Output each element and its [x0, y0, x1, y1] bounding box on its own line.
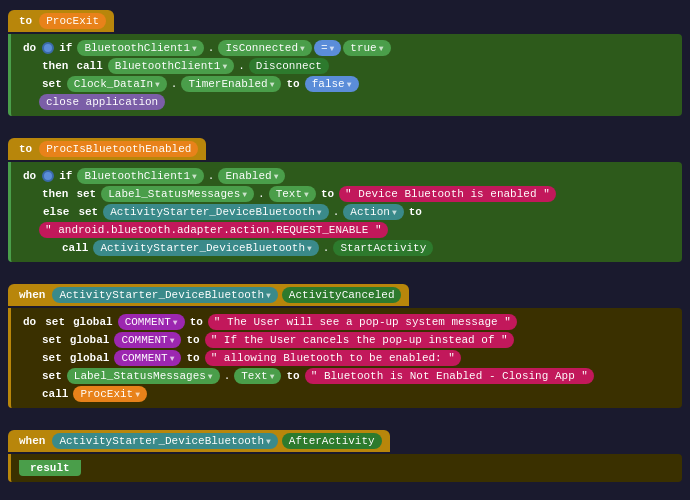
wc-set2-row: set global COMMENT ▼ to " If the User ca…: [39, 332, 674, 348]
to-kw: to: [283, 78, 302, 90]
proc-bt-body: do if BluetoothClient1 ▼ . Enabled ▼ the…: [8, 162, 682, 262]
to-label2: to: [16, 143, 35, 155]
wc-set4: set: [39, 370, 65, 382]
bt-if-label: if: [56, 170, 75, 182]
call-label: call: [73, 60, 105, 72]
dot-op7: .: [321, 242, 332, 254]
when-after-body: result: [8, 454, 682, 482]
device-bt-string: " Device Bluetooth is enabled ": [339, 186, 556, 202]
true-val-pill[interactable]: true ▼: [343, 40, 390, 56]
dot-op8: .: [222, 370, 233, 382]
when-after-label: when: [16, 435, 48, 447]
do-label: do: [19, 42, 40, 54]
msg1-string: " The User will see a pop-up system mess…: [208, 314, 517, 330]
proc-bt-name[interactable]: ProcIsBluetoothEnabled: [39, 141, 198, 157]
dot-op6: .: [331, 206, 342, 218]
dot-op3: .: [169, 78, 180, 90]
action-pill[interactable]: Action ▼: [343, 204, 403, 220]
close-row: close application: [39, 94, 674, 110]
result-label: result: [27, 462, 73, 474]
when-after-activity-pill[interactable]: ActivityStarter_DeviceBluetooth ▼: [52, 433, 277, 449]
wc-to1: to: [187, 316, 206, 328]
bt-set-label2: set: [75, 206, 101, 218]
text2-pill[interactable]: Text ▼: [234, 368, 281, 384]
result-row: result: [19, 460, 674, 476]
gear-icon2: [42, 170, 54, 182]
is-connected-pill[interactable]: IsConnected ▼: [218, 40, 311, 56]
wc-set4-row: set Label_StatusMessages ▼ . Text ▼ to "…: [39, 368, 674, 384]
false-val-pill[interactable]: false ▼: [305, 76, 359, 92]
to-kw2: to: [318, 188, 337, 200]
then-label: then: [39, 60, 71, 72]
proc-exit-header: to ProcExit: [8, 10, 114, 32]
gear-icon: [42, 42, 54, 54]
wc-do-row: do set global COMMENT ▼ to " The User wi…: [19, 314, 674, 330]
label-status-pill[interactable]: Label_StatusMessages ▼: [101, 186, 254, 202]
wc-call-label: call: [39, 388, 71, 400]
to-kw3: to: [406, 206, 425, 218]
msg4-string: " Bluetooth is Not Enabled - Closing App…: [305, 368, 594, 384]
dot-op4: .: [206, 170, 217, 182]
wc-set1: set: [42, 316, 68, 328]
when-canceled-body: do set global COMMENT ▼ to " The User wi…: [8, 308, 682, 408]
proc-exit-body: do if BluetoothClient1 ▼ . IsConnected ▼…: [8, 34, 682, 116]
bt-else-label: else: [39, 206, 73, 218]
after-activity-pill[interactable]: AfterActivity: [282, 433, 382, 449]
when-canceled-block: when ActivityStarter_DeviceBluetooth ▼ A…: [8, 284, 682, 408]
close-app-pill[interactable]: close application: [39, 94, 165, 110]
disconnect-pill[interactable]: Disconnect: [249, 58, 329, 74]
when-after-block: when ActivityStarter_DeviceBluetooth ▼ A…: [8, 430, 682, 482]
wc-global1: global: [70, 316, 116, 328]
do-row: do if BluetoothClient1 ▼ . IsConnected ▼…: [19, 40, 674, 56]
proc-exit-call-pill[interactable]: ProcExit ▼: [73, 386, 147, 402]
bt-call-row: call ActivityStarter_DeviceBluetooth ▼ .…: [59, 240, 674, 256]
comment1-pill[interactable]: COMMENT ▼: [118, 314, 185, 330]
dot-op2: .: [236, 60, 247, 72]
wc-to3: to: [183, 352, 202, 364]
text-pill[interactable]: Text ▼: [269, 186, 316, 202]
activity-starter2-pill[interactable]: ActivityStarter_DeviceBluetooth ▼: [93, 240, 318, 256]
bt-then-label: then: [39, 188, 71, 200]
wc-to2: to: [183, 334, 202, 346]
bluetooth-client-pill[interactable]: BluetoothClient1 ▼: [77, 40, 203, 56]
wc-to4: to: [283, 370, 302, 382]
request-enable-string: " android.bluetooth.adapter.action.REQUE…: [39, 222, 388, 238]
to-label: to: [16, 15, 35, 27]
bt-client2-pill[interactable]: BluetoothClient1 ▼: [77, 168, 203, 184]
bt-do-row: do if BluetoothClient1 ▼ . Enabled ▼: [19, 168, 674, 184]
proc-exit-name[interactable]: ProcExit: [39, 13, 106, 29]
bt-set-label: set: [73, 188, 99, 200]
when-label: when: [16, 289, 48, 301]
result-block: result: [19, 460, 81, 476]
comment2-pill[interactable]: COMMENT ▼: [114, 332, 181, 348]
msg2-string: " If the User cancels the pop-up instead…: [205, 332, 514, 348]
proc-exit-block: to ProcExit do if BluetoothClient1 ▼ . I…: [8, 10, 682, 116]
bt-call-label: call: [59, 242, 91, 254]
set-row: set Clock_DataIn ▼ . TimerEnabled ▼ to f…: [39, 76, 674, 92]
then-row: then call BluetoothClient1 ▼ . Disconnec…: [39, 58, 674, 74]
bt-else-row: else set ActivityStarter_DeviceBluetooth…: [39, 204, 674, 238]
wc-set3-row: set global COMMENT ▼ to " allowing Bluet…: [39, 350, 674, 366]
dot-op5: .: [256, 188, 267, 200]
wc-set3: set: [39, 352, 65, 364]
bt-client-call-pill[interactable]: BluetoothClient1 ▼: [108, 58, 234, 74]
wc-global2: global: [67, 334, 113, 346]
bt-then-row: then set Label_StatusMessages ▼ . Text ▼…: [39, 186, 674, 202]
comment3-pill[interactable]: COMMENT ▼: [114, 350, 181, 366]
timer-pill[interactable]: TimerEnabled ▼: [181, 76, 281, 92]
when-canceled-header: when ActivityStarter_DeviceBluetooth ▼ A…: [8, 284, 409, 306]
start-activity-pill[interactable]: StartActivity: [333, 240, 433, 256]
wc-set2: set: [39, 334, 65, 346]
eq-pill[interactable]: = ▼: [314, 40, 341, 56]
enabled-pill[interactable]: Enabled ▼: [218, 168, 285, 184]
activity-starter-pill[interactable]: ActivityStarter_DeviceBluetooth ▼: [103, 204, 328, 220]
when-after-header: when ActivityStarter_DeviceBluetooth ▼ A…: [8, 430, 390, 452]
if-label: if: [56, 42, 75, 54]
clock-pill[interactable]: Clock_DataIn ▼: [67, 76, 167, 92]
activity-canceled-pill[interactable]: ActivityCanceled: [282, 287, 402, 303]
wc-global3: global: [67, 352, 113, 364]
wc-do-label: do: [19, 316, 40, 328]
msg3-string: " allowing Bluetooth to be enabled: ": [205, 350, 461, 366]
when-activity-pill[interactable]: ActivityStarter_DeviceBluetooth ▼: [52, 287, 277, 303]
label-status2-pill[interactable]: Label_StatusMessages ▼: [67, 368, 220, 384]
